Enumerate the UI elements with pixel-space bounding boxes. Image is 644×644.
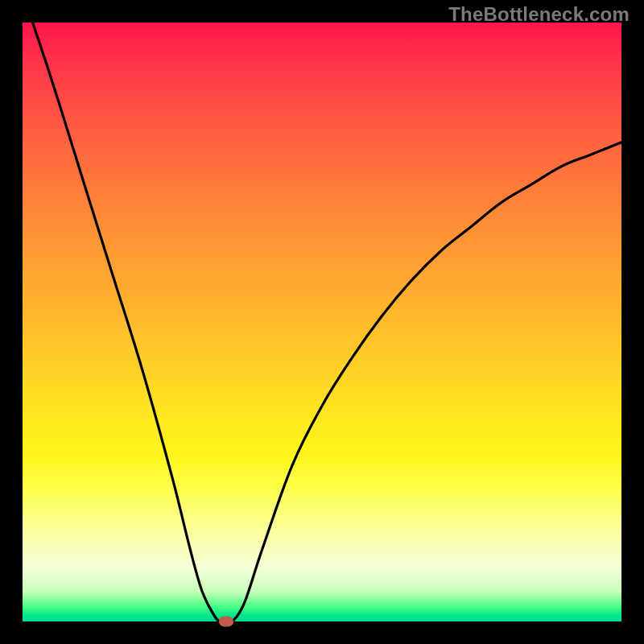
curve-svg bbox=[23, 23, 621, 621]
chart-frame: TheBottleneck.com bbox=[0, 0, 644, 644]
watermark-text: TheBottleneck.com bbox=[448, 3, 630, 26]
plot-area bbox=[23, 23, 621, 621]
bottleneck-curve bbox=[23, 0, 621, 623]
optimal-point-marker bbox=[219, 617, 233, 627]
